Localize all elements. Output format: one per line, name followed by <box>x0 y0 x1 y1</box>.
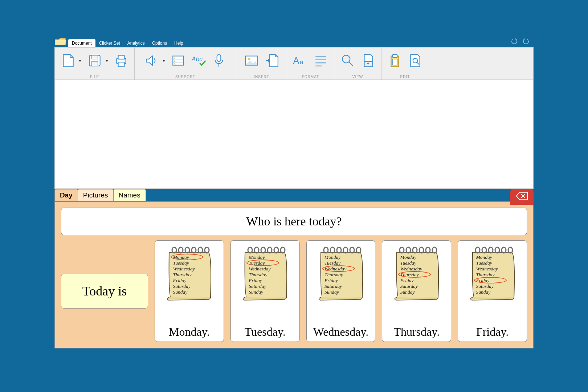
ribbon-group-label: VIEW <box>352 75 363 79</box>
day-label: Monday. <box>169 324 210 339</box>
microphone-icon[interactable] <box>211 53 226 68</box>
save-icon[interactable] <box>87 53 102 68</box>
ribbon-group-label: EDIT <box>400 75 410 79</box>
svg-rect-6 <box>118 62 124 67</box>
font-icon[interactable]: Aa <box>293 53 308 68</box>
calendar-icon: MondayTuesdayWednesdayThursdayFridaySatu… <box>238 244 292 302</box>
ribbon-group-insert: INSERT <box>236 48 287 79</box>
svg-rect-14 <box>217 54 221 61</box>
menu-tab-options[interactable]: Options <box>148 39 171 47</box>
menu-tab-analytics[interactable]: Analytics <box>124 39 148 47</box>
today-is-cell[interactable]: Today is <box>61 274 148 309</box>
undo-redo-group <box>510 38 530 46</box>
day-label: Wednesday. <box>313 324 369 339</box>
ribbon-group-edit: EDIT <box>381 48 429 79</box>
svg-text:A: A <box>293 56 299 66</box>
notepad-days-list: MondayTuesdayWednesdayThursdayFridaySatu… <box>476 254 498 295</box>
redo-icon[interactable] <box>522 38 530 46</box>
ribbon-group-label: INSERT <box>254 75 269 79</box>
notepad-days-list: MondayTuesdayWednesdayThursdayFridaySatu… <box>324 254 346 295</box>
notepad-days-list: MondayTuesdayWednesdayThursdayFridaySatu… <box>173 254 195 295</box>
paragraph-icon[interactable] <box>313 53 328 68</box>
svg-rect-2 <box>91 61 98 66</box>
app-window: Document Clicker Set Analytics Options H… <box>47 36 541 356</box>
ribbon-toolbar: ▼ ▼ FILE ▼ 123 Abc SUPPORT INSERT <box>54 47 534 80</box>
svg-text:a: a <box>300 58 303 66</box>
menu-tab-document[interactable]: Document <box>68 39 95 47</box>
svg-rect-27 <box>393 54 397 57</box>
insert-file-icon[interactable] <box>264 53 279 68</box>
calendar-icon: MondayTuesdayWednesdayThursdayFridaySatu… <box>162 244 216 302</box>
dropdown-icon[interactable]: ▼ <box>162 59 166 63</box>
dropdown-icon[interactable]: ▼ <box>105 59 109 63</box>
ribbon-group-view: VIEW <box>334 48 381 79</box>
svg-point-17 <box>248 58 250 60</box>
ribbon-group-label: FORMAT <box>302 75 319 79</box>
new-document-icon[interactable] <box>60 53 75 68</box>
circled-day-icon <box>322 265 355 272</box>
undo-icon[interactable] <box>510 38 518 46</box>
menu-bar: Document Clicker Set Analytics Options H… <box>54 36 534 47</box>
day-cell-friday[interactable]: MondayTuesdayWednesdayThursdayFridaySatu… <box>458 240 527 342</box>
svg-rect-5 <box>118 55 124 59</box>
calendar-icon: MondayTuesdayWednesdayThursdayFridaySatu… <box>465 244 520 302</box>
ribbon-group-label: SUPPORT <box>175 75 195 79</box>
clicker-grid: Who is here today? Today is MondayTuesda… <box>54 201 534 348</box>
day-label: Tuesday. <box>245 324 286 339</box>
menu-tab-clicker-set[interactable]: Clicker Set <box>95 39 124 47</box>
tab-day[interactable]: Day <box>54 189 78 201</box>
folder-icon[interactable] <box>54 37 67 46</box>
svg-rect-1 <box>91 55 98 59</box>
print-icon[interactable] <box>114 53 129 68</box>
layout-icon[interactable] <box>360 53 376 68</box>
question-cell[interactable]: Who is here today? <box>61 208 527 235</box>
svg-line-25 <box>349 62 353 66</box>
circled-day-icon <box>398 271 431 278</box>
circled-day-icon <box>474 277 507 283</box>
svg-text:Abc: Abc <box>191 56 203 63</box>
ribbon-group-label: FILE <box>90 75 99 79</box>
circled-day-icon <box>171 254 203 260</box>
tab-pictures[interactable]: Pictures <box>78 189 114 201</box>
svg-rect-28 <box>393 59 397 65</box>
document-area[interactable] <box>54 80 534 189</box>
calendar-icon: MondayTuesdayWednesdayThursdayFridaySatu… <box>314 244 368 302</box>
day-cell-tuesday[interactable]: MondayTuesdayWednesdayThursdayFridaySatu… <box>230 240 300 342</box>
calendar-icon: MondayTuesdayWednesdayThursdayFridaySatu… <box>389 244 444 302</box>
spellcheck-icon[interactable]: Abc <box>191 53 206 68</box>
svg-point-24 <box>342 55 350 63</box>
ribbon-group-support: ▼ 123 Abc SUPPORT <box>135 48 236 79</box>
find-icon[interactable] <box>408 53 423 68</box>
delete-button[interactable] <box>510 189 534 205</box>
day-label: Friday. <box>476 324 509 339</box>
picture-icon[interactable] <box>244 53 259 68</box>
menu-tab-help[interactable]: Help <box>171 39 187 47</box>
svg-text:3: 3 <box>174 62 176 66</box>
ribbon-group-format: Aa FORMAT <box>287 48 334 79</box>
cells-row: Today is MondayTuesdayWednesdayThursdayF… <box>61 240 527 342</box>
speaker-icon[interactable] <box>144 53 159 68</box>
day-cell-monday[interactable]: MondayTuesdayWednesdayThursdayFridaySatu… <box>155 240 224 342</box>
dropdown-icon[interactable]: ▼ <box>78 59 82 63</box>
clipboard-icon[interactable] <box>387 53 403 68</box>
day-cell-wednesday[interactable]: MondayTuesdayWednesdayThursdayFridaySatu… <box>306 240 376 342</box>
day-cell-thursday[interactable]: MondayTuesdayWednesdayThursdayFridaySatu… <box>382 240 451 342</box>
zoom-icon[interactable] <box>340 53 355 68</box>
ribbon-group-file: ▼ ▼ FILE <box>55 48 135 79</box>
predictor-icon[interactable]: 123 <box>171 53 186 68</box>
clicker-tabs: Day Pictures Names <box>54 189 534 201</box>
tab-names[interactable]: Names <box>113 189 146 201</box>
circled-day-icon <box>246 260 279 266</box>
backspace-icon <box>516 191 528 202</box>
clicker-panel: Day Pictures Names Who is here today? To… <box>54 189 534 348</box>
day-label: Thursday. <box>393 324 440 339</box>
